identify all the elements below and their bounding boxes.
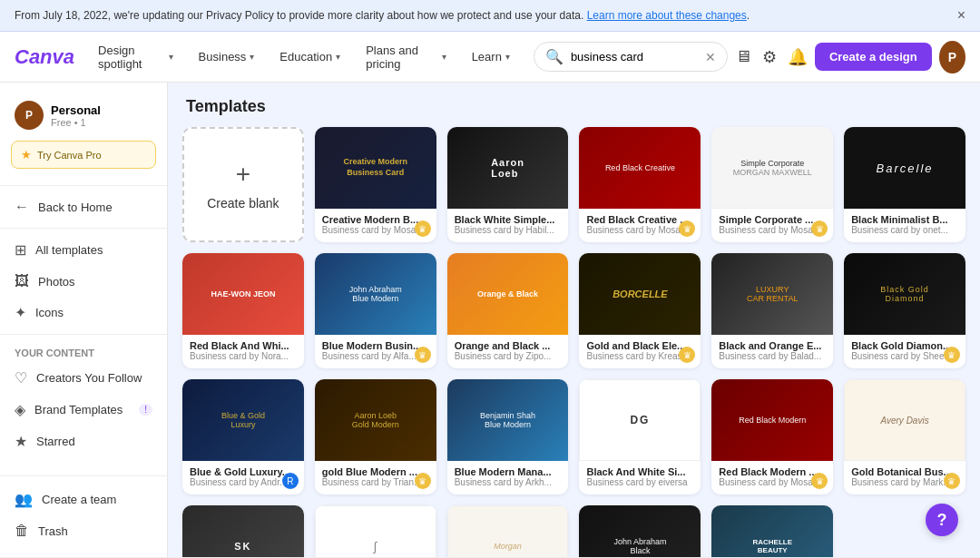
template-card[interactable]: AaronLoeb Black White Simple... Business… (447, 127, 569, 242)
template-card[interactable]: Barcelle Black Minimalist B... Business … (844, 127, 965, 242)
create-design-button[interactable]: Create a design (815, 43, 932, 71)
nav-icons: 🖥 ⚙ 🔔 (735, 47, 808, 67)
template-card[interactable]: Creative ModernBusiness Card Creative Mo… (315, 127, 436, 242)
crown-badge: ♛ (415, 347, 431, 363)
card-title: Black Gold Diamon... (851, 340, 958, 351)
chevron-down-icon: ▾ (336, 52, 340, 62)
template-card[interactable]: Black GoldDiamond Black Gold Diamon... B… (844, 253, 965, 368)
chevron-down-icon: ▾ (250, 52, 254, 62)
template-grid: + Create blank Creative ModernBusiness C… (182, 127, 965, 557)
template-card[interactable]: Red Black Creative Red Black Creative ..… (579, 127, 701, 242)
card-title: Blue & Gold Luxury... (190, 466, 297, 477)
divider (0, 334, 167, 335)
content-area: Templates + Create blank Creative Modern… (168, 83, 980, 557)
nav-business[interactable]: Business ▾ (190, 44, 264, 69)
nav-plans[interactable]: Plans and pricing ▾ (357, 38, 455, 76)
card-title: Black Minimalist B... (851, 214, 958, 225)
sidebar-item-trash[interactable]: 🗑 Trash (0, 515, 167, 546)
settings-icon[interactable]: ⚙ (762, 47, 777, 67)
template-card[interactable]: Avery Davis Gold Botanical Bus... Busine… (844, 379, 965, 494)
create-blank-card[interactable]: + Create blank (182, 127, 304, 242)
search-clear-icon[interactable]: ✕ (705, 50, 716, 64)
card-title: Red Black And Whi... (190, 340, 297, 351)
banner-close[interactable]: × (957, 7, 965, 24)
avatar: P (15, 101, 44, 130)
banner-link[interactable]: Learn more about these changes (587, 9, 747, 22)
template-card[interactable]: John AbrahamBlue Modern Blue Modern Busi… (315, 253, 436, 368)
template-card[interactable]: Orange & Black Orange and Black ... Busi… (447, 253, 569, 368)
trash-icon: 🗑 (15, 523, 29, 539)
sidebar-item-create-team[interactable]: 👥 Create a team (0, 484, 167, 515)
card-sub: Business card by Mosa... (322, 225, 429, 235)
card-title: Gold and Black Ele... (586, 340, 693, 351)
template-card[interactable]: Aaron LoebGold Modern gold Blue Modern .… (315, 379, 436, 494)
card-sub: Business card by Arkh... (455, 477, 562, 487)
template-card[interactable]: ∫ (script signature) Business card (315, 505, 436, 557)
help-button[interactable]: ? (926, 504, 958, 536)
card-title: gold Blue Modern ... (322, 466, 429, 477)
template-card[interactable]: LUXURYCAR RENTAL Black and Orange E... B… (711, 253, 833, 368)
heart-icon: ♡ (15, 369, 27, 387)
template-card[interactable]: Blue & GoldLuxury Blue & Gold Luxury... … (182, 379, 304, 494)
crown-badge: ♛ (415, 220, 431, 237)
back-icon: ← (15, 199, 29, 215)
template-card[interactable]: Morgan Morgan (gold text) Business card (447, 505, 569, 557)
navbar: Canva Design spotlight ▾ Business ▾ Educ… (0, 32, 980, 83)
card-title: Creative Modern B... (322, 214, 429, 225)
create-blank-label: Create blank (207, 196, 279, 210)
template-card[interactable]: Benjamin ShahBlue Modern Blue Modern Man… (447, 379, 569, 494)
badge: ! (139, 404, 152, 416)
brand-icon: ◈ (15, 401, 25, 418)
crown-badge: ♛ (944, 347, 960, 363)
monitor-icon[interactable]: 🖥 (735, 47, 751, 66)
sidebar-user: P Personal Free • 1 (0, 93, 167, 141)
template-card[interactable]: RACHELLEBEAUTY Rachelle Beauty Business … (711, 505, 833, 557)
sidebar-bottom: 👥 Create a team 🗑 Trash (0, 475, 167, 546)
section-label: Templates (182, 97, 965, 116)
card-sub: Business card by Mosa... (719, 477, 826, 487)
template-card[interactable]: HAE-WON JEON Red Black And Whi... Busine… (182, 253, 304, 368)
template-card[interactable]: John AbrahamBlack Black Business Car... … (579, 505, 701, 557)
card-title: Simple Corporate ... (719, 214, 826, 225)
template-card[interactable]: SK Black and Gray Min... Business card b… (182, 505, 304, 557)
card-sub: Business card by Alfa... (322, 351, 429, 361)
avatar[interactable]: P (939, 41, 965, 73)
notification-icon[interactable]: 🔔 (788, 47, 808, 67)
card-sub: Business card by Mosa... (719, 225, 826, 235)
sidebar-item-photos[interactable]: 🖼 Photos (0, 266, 167, 297)
canva-logo[interactable]: Canva (15, 45, 74, 69)
chevron-down-icon: ▾ (442, 52, 446, 62)
card-title: Gold Botanical Bus... (851, 466, 958, 477)
photo-icon: 🖼 (15, 273, 29, 289)
sidebar-item-back-home[interactable]: ← Back to Home (0, 191, 167, 222)
team-icon: 👥 (15, 491, 33, 508)
search-input[interactable] (571, 50, 698, 64)
card-sub: Business card by Kreas... (586, 351, 693, 361)
sidebar-item-icons[interactable]: ✦ Icons (0, 297, 167, 328)
template-card[interactable]: BORCELLE Gold and Black Ele... Business … (579, 253, 701, 368)
sidebar-item-starred[interactable]: ★ Starred (0, 426, 167, 457)
template-card[interactable]: DG Black And White Si... Business card b… (579, 379, 701, 494)
card-title: Red Black Creative ... (586, 214, 693, 225)
card-sub: Business card by Mark... (851, 477, 958, 487)
nav-learn[interactable]: Learn ▾ (463, 44, 519, 69)
search-box[interactable]: 🔍 ✕ (534, 42, 728, 72)
sidebar-item-creators[interactable]: ♡ Creators You Follow (0, 362, 167, 394)
plus-icon: + (236, 160, 250, 189)
card-sub: Business card by onet... (851, 225, 958, 235)
try-pro-button[interactable]: ★ Try Canva Pro (11, 141, 156, 169)
chevron-down-icon: ▾ (505, 52, 510, 62)
nav-design-spotlight[interactable]: Design spotlight ▾ (89, 38, 182, 76)
grid-icon: ⊞ (15, 241, 26, 259)
template-card[interactable]: Red Black Modern Red Black Modern ... Bu… (711, 379, 833, 494)
card-sub: Business card by Andr... (190, 477, 297, 487)
star-icon: ★ (21, 148, 32, 162)
main-layout: P Personal Free • 1 ★ Try Canva Pro ← Ba… (0, 83, 980, 557)
nav-education[interactable]: Education ▾ (270, 44, 349, 69)
template-card[interactable]: Simple CorporateMORGAN MAXWELL Simple Co… (711, 127, 833, 242)
sidebar-item-brand[interactable]: ◈ Brand Templates ! (0, 394, 167, 426)
divider (0, 185, 167, 186)
card-title: Red Black Modern ... (719, 466, 826, 477)
sidebar-item-all-templates[interactable]: ⊞ All templates (0, 234, 167, 266)
card-title: Black White Simple... (455, 214, 562, 225)
